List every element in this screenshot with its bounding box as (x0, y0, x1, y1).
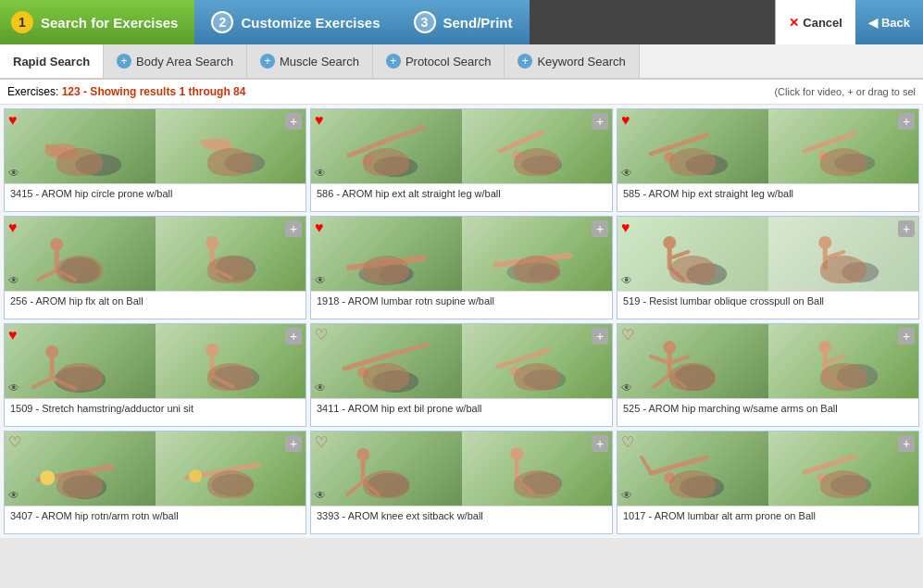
card-images: ♥ + 👁 (311, 109, 612, 183)
svg-line-55 (400, 344, 428, 352)
add-exercise-button[interactable]: + (592, 328, 608, 344)
exercise-card[interactable]: ♥ + 👁 586 - AROM hip ext alt s (310, 108, 613, 212)
favorite-heart-icon[interactable]: ♥ (8, 328, 18, 343)
video-eye-icon[interactable]: 👁 (621, 489, 632, 502)
video-eye-icon[interactable]: 👁 (8, 489, 19, 502)
exercise-code: 3407 (10, 510, 32, 521)
tab-body-area-label: Body Area Search (136, 55, 233, 69)
favorite-heart-icon[interactable]: ♡ (8, 435, 21, 450)
add-exercise-button[interactable]: + (898, 435, 915, 452)
exercise-code: 1918 (317, 295, 339, 307)
tab-protocol-search[interactable]: + Protocol Search (373, 44, 505, 78)
svg-point-13 (512, 151, 521, 160)
svg-point-32 (506, 262, 558, 282)
video-eye-icon[interactable]: 👁 (8, 167, 19, 180)
step1-number: 1 (11, 11, 33, 33)
favorite-heart-icon[interactable]: ♡ (621, 328, 634, 343)
video-eye-icon[interactable]: 👁 (315, 167, 326, 180)
video-eye-icon[interactable]: 👁 (315, 489, 326, 502)
svg-point-44 (54, 367, 106, 393)
exercise-name: AROM lumbar alt arm prone on Ball (655, 510, 816, 521)
video-eye-icon[interactable]: 👁 (8, 382, 19, 394)
add-exercise-button[interactable]: + (285, 328, 302, 344)
add-exercise-button[interactable]: + (592, 113, 608, 130)
svg-point-49 (211, 366, 259, 390)
plus-circle-icon: + (518, 54, 532, 69)
svg-point-10 (362, 155, 373, 166)
svg-point-93 (817, 473, 826, 482)
add-exercise-button[interactable]: + (285, 220, 302, 237)
add-exercise-button[interactable]: + (285, 113, 302, 130)
step1-nav[interactable]: 1 Search for Exercises (0, 0, 194, 44)
svg-line-70 (825, 357, 843, 363)
add-exercise-button[interactable]: + (592, 435, 608, 452)
tab-keyword-search[interactable]: + Keyword Search (505, 44, 639, 78)
exercise-code: 1509 (10, 403, 32, 414)
step2-nav[interactable]: 2 Customize Exercises (194, 0, 396, 44)
tab-body-area-search[interactable]: + Body Area Search (104, 44, 247, 78)
video-eye-icon[interactable]: 👁 (621, 274, 632, 287)
card-images: ♥ + 👁 (5, 324, 306, 398)
svg-point-59 (510, 367, 519, 376)
add-exercise-button[interactable]: + (592, 220, 608, 237)
exercise-card[interactable]: ♥ + 👁 585 - AROM hip ext straight leg w/… (617, 108, 919, 212)
favorite-heart-icon[interactable]: ♥ (621, 220, 630, 235)
svg-line-64 (651, 357, 669, 363)
svg-point-57 (523, 369, 566, 390)
top-navigation: 1 Search for Exercises 2 Customize Exerc… (0, 0, 923, 44)
add-exercise-button[interactable]: + (898, 328, 915, 344)
svg-point-56 (357, 367, 368, 378)
exercise-card[interactable]: ♡ + 👁 33 (310, 431, 613, 534)
svg-line-82 (347, 482, 363, 494)
favorite-heart-icon[interactable]: ♡ (621, 435, 634, 450)
exercise-name: AROM hip ext bil prone w/ball (348, 403, 482, 414)
svg-point-75 (211, 474, 254, 496)
add-exercise-button[interactable]: + (898, 220, 915, 237)
exercise-card[interactable]: ♡ + (617, 323, 919, 427)
add-exercise-button[interactable]: + (285, 435, 302, 452)
favorite-heart-icon[interactable]: ♥ (8, 220, 18, 235)
exercise-image-1 (5, 432, 156, 506)
svg-point-83 (521, 472, 562, 494)
favorite-heart-icon[interactable]: ♥ (315, 113, 324, 128)
video-eye-icon[interactable]: 👁 (8, 274, 19, 287)
exercise-image-1 (5, 109, 156, 183)
favorite-heart-icon[interactable]: ♥ (315, 220, 324, 235)
video-eye-icon[interactable]: 👁 (621, 167, 632, 180)
svg-line-12 (500, 132, 542, 151)
favorite-heart-icon[interactable]: ♥ (621, 113, 630, 128)
back-button[interactable]: ◀ Back (855, 0, 923, 44)
exercise-label: 256 - AROM hip flx alt on Ball (5, 291, 306, 319)
step3-nav[interactable]: 3 Send/Print (397, 0, 530, 44)
exercise-card[interactable]: ♥ + 👁 1918 - AROM lumbar rotn supine w/b… (310, 216, 613, 319)
video-eye-icon[interactable]: 👁 (315, 382, 326, 394)
favorite-heart-icon[interactable]: ♡ (315, 328, 328, 343)
exercise-code: 1017 (623, 510, 645, 521)
favorite-heart-icon[interactable]: ♡ (315, 435, 328, 450)
exercise-card[interactable]: ♡ + 👁 3411 - AROM hip ext bil (310, 323, 613, 427)
tab-rapid-search[interactable]: Rapid Search (0, 44, 104, 78)
svg-line-42 (825, 252, 843, 258)
exercise-card[interactable]: ♥ + 👁 15 (4, 323, 306, 427)
exercise-code: 519 (623, 295, 640, 307)
exercise-name: AROM hip flx alt on Ball (36, 295, 143, 307)
results-hint: (Click for video, + or drag to sel (774, 86, 916, 97)
tab-muscle-search[interactable]: + Muscle Search (247, 44, 373, 78)
svg-line-24 (38, 270, 56, 280)
exercise-card[interactable]: ♥ + 👁 25 (4, 216, 306, 319)
favorite-heart-icon[interactable]: ♥ (8, 113, 18, 128)
tab-keyword-label: Keyword Search (537, 55, 625, 69)
video-eye-icon[interactable]: 👁 (621, 382, 632, 394)
add-exercise-button[interactable]: + (898, 113, 915, 130)
cancel-button[interactable]: ✕ Cancel (775, 0, 855, 44)
svg-line-71 (825, 374, 841, 385)
exercise-image-2 (768, 324, 919, 398)
svg-point-0 (75, 154, 121, 176)
exercise-image-2 (462, 109, 613, 183)
exercise-card[interactable]: ♡ + 👁 1017 - AROM lumbar alt a (617, 431, 919, 534)
exercise-card[interactable]: ♥ + 👁 51 (617, 216, 919, 319)
exercise-card[interactable]: ♥ + 👁 3415 - AROM hip circle p (4, 108, 306, 212)
video-eye-icon[interactable]: 👁 (315, 274, 326, 287)
exercise-name: AROM hip circle prone w/ball (42, 188, 173, 199)
exercise-card[interactable]: ♡ + 👁 3407 - AROM hip rotn/arm rotn w/ba… (4, 431, 306, 534)
